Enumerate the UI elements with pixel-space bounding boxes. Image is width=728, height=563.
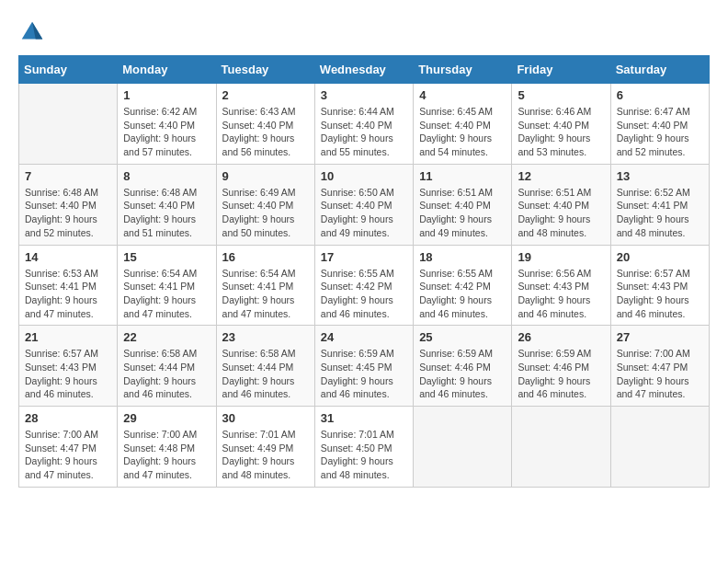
day-number: 17 (321, 250, 407, 264)
day-info: Sunrise: 6:54 AM Sunset: 4:41 PM Dayligh… (123, 267, 210, 321)
day-info: Sunrise: 6:52 AM Sunset: 4:41 PM Dayligh… (617, 186, 703, 240)
calendar-cell: 26Sunrise: 6:59 AM Sunset: 4:46 PM Dayli… (512, 326, 610, 407)
day-info: Sunrise: 6:59 AM Sunset: 4:46 PM Dayligh… (419, 347, 506, 401)
day-info: Sunrise: 6:49 AM Sunset: 4:40 PM Dayligh… (222, 186, 309, 240)
calendar-table: SundayMondayTuesdayWednesdayThursdayFrid… (18, 55, 710, 488)
calendar-cell: 14Sunrise: 6:53 AM Sunset: 4:41 PM Dayli… (19, 245, 118, 326)
day-info: Sunrise: 6:58 AM Sunset: 4:44 PM Dayligh… (222, 347, 309, 401)
calendar-cell: 22Sunrise: 6:58 AM Sunset: 4:44 PM Dayli… (118, 326, 216, 407)
calendar-cell: 3Sunrise: 6:44 AM Sunset: 4:40 PM Daylig… (314, 84, 413, 165)
calendar-cell: 10Sunrise: 6:50 AM Sunset: 4:40 PM Dayli… (314, 164, 413, 245)
day-number: 30 (222, 411, 309, 425)
day-info: Sunrise: 6:57 AM Sunset: 4:43 PM Dayligh… (617, 267, 703, 321)
page-header (18, 18, 710, 46)
calendar-cell: 12Sunrise: 6:51 AM Sunset: 4:40 PM Dayli… (512, 164, 610, 245)
calendar-cell: 29Sunrise: 7:00 AM Sunset: 4:48 PM Dayli… (118, 407, 216, 488)
day-number: 19 (518, 250, 604, 264)
calendar-cell: 1Sunrise: 6:42 AM Sunset: 4:40 PM Daylig… (118, 84, 216, 165)
calendar-cell: 24Sunrise: 6:59 AM Sunset: 4:45 PM Dayli… (314, 326, 413, 407)
day-info: Sunrise: 7:00 AM Sunset: 4:47 PM Dayligh… (617, 347, 703, 401)
day-info: Sunrise: 6:45 AM Sunset: 4:40 PM Dayligh… (419, 105, 506, 159)
day-number: 2 (222, 88, 309, 102)
day-number: 15 (123, 250, 210, 264)
calendar-cell: 2Sunrise: 6:43 AM Sunset: 4:40 PM Daylig… (216, 84, 314, 165)
day-number: 21 (25, 330, 111, 344)
day-number: 7 (25, 169, 111, 183)
day-info: Sunrise: 6:55 AM Sunset: 4:42 PM Dayligh… (321, 267, 407, 321)
day-number: 18 (419, 250, 506, 264)
day-number: 12 (518, 169, 604, 183)
calendar-cell: 7Sunrise: 6:48 AM Sunset: 4:40 PM Daylig… (19, 164, 118, 245)
day-info: Sunrise: 6:57 AM Sunset: 4:43 PM Dayligh… (25, 347, 111, 401)
day-number: 3 (321, 88, 407, 102)
calendar-cell: 9Sunrise: 6:49 AM Sunset: 4:40 PM Daylig… (216, 164, 314, 245)
day-number: 8 (123, 169, 210, 183)
day-info: Sunrise: 6:50 AM Sunset: 4:40 PM Dayligh… (321, 186, 407, 240)
logo (18, 18, 50, 46)
day-info: Sunrise: 6:51 AM Sunset: 4:40 PM Dayligh… (419, 186, 506, 240)
calendar-cell: 6Sunrise: 6:47 AM Sunset: 4:40 PM Daylig… (610, 84, 709, 165)
calendar-cell: 18Sunrise: 6:55 AM Sunset: 4:42 PM Dayli… (414, 245, 512, 326)
calendar-week-4: 21Sunrise: 6:57 AM Sunset: 4:43 PM Dayli… (19, 326, 710, 407)
day-info: Sunrise: 6:51 AM Sunset: 4:40 PM Dayligh… (518, 186, 604, 240)
calendar-cell: 28Sunrise: 7:00 AM Sunset: 4:47 PM Dayli… (19, 407, 118, 488)
day-number: 10 (321, 169, 407, 183)
calendar-cell (414, 407, 512, 488)
weekday-header-tuesday: Tuesday (216, 56, 314, 84)
calendar-week-5: 28Sunrise: 7:00 AM Sunset: 4:47 PM Dayli… (19, 407, 710, 488)
calendar-cell: 19Sunrise: 6:56 AM Sunset: 4:43 PM Dayli… (512, 245, 610, 326)
day-info: Sunrise: 6:42 AM Sunset: 4:40 PM Dayligh… (123, 105, 210, 159)
day-info: Sunrise: 6:48 AM Sunset: 4:40 PM Dayligh… (25, 186, 111, 240)
day-info: Sunrise: 6:59 AM Sunset: 4:45 PM Dayligh… (321, 347, 407, 401)
day-info: Sunrise: 6:47 AM Sunset: 4:40 PM Dayligh… (617, 105, 703, 159)
day-number: 24 (321, 330, 407, 344)
day-number: 4 (419, 88, 506, 102)
day-number: 9 (222, 169, 309, 183)
day-number: 27 (617, 330, 703, 344)
day-number: 14 (25, 250, 111, 264)
day-info: Sunrise: 6:43 AM Sunset: 4:40 PM Dayligh… (222, 105, 309, 159)
day-info: Sunrise: 6:56 AM Sunset: 4:43 PM Dayligh… (518, 267, 604, 321)
weekday-header-thursday: Thursday (414, 56, 512, 84)
day-info: Sunrise: 6:59 AM Sunset: 4:46 PM Dayligh… (518, 347, 604, 401)
day-info: Sunrise: 6:44 AM Sunset: 4:40 PM Dayligh… (321, 105, 407, 159)
day-number: 23 (222, 330, 309, 344)
day-number: 13 (617, 169, 703, 183)
day-number: 26 (518, 330, 604, 344)
day-info: Sunrise: 6:55 AM Sunset: 4:42 PM Dayligh… (419, 267, 506, 321)
day-number: 16 (222, 250, 309, 264)
calendar-cell: 20Sunrise: 6:57 AM Sunset: 4:43 PM Dayli… (610, 245, 709, 326)
logo-icon (18, 18, 46, 46)
calendar-cell (19, 84, 118, 165)
calendar-cell: 23Sunrise: 6:58 AM Sunset: 4:44 PM Dayli… (216, 326, 314, 407)
calendar-cell: 30Sunrise: 7:01 AM Sunset: 4:49 PM Dayli… (216, 407, 314, 488)
weekday-header-friday: Friday (512, 56, 610, 84)
calendar-cell (610, 407, 709, 488)
day-number: 31 (321, 411, 407, 425)
calendar-cell: 31Sunrise: 7:01 AM Sunset: 4:50 PM Dayli… (314, 407, 413, 488)
calendar-cell: 15Sunrise: 6:54 AM Sunset: 4:41 PM Dayli… (118, 245, 216, 326)
day-number: 1 (123, 88, 210, 102)
calendar-cell: 27Sunrise: 7:00 AM Sunset: 4:47 PM Dayli… (610, 326, 709, 407)
day-number: 20 (617, 250, 703, 264)
day-number: 28 (25, 411, 111, 425)
day-number: 6 (617, 88, 703, 102)
calendar-cell: 16Sunrise: 6:54 AM Sunset: 4:41 PM Dayli… (216, 245, 314, 326)
calendar-cell: 5Sunrise: 6:46 AM Sunset: 4:40 PM Daylig… (512, 84, 610, 165)
day-info: Sunrise: 6:58 AM Sunset: 4:44 PM Dayligh… (123, 347, 210, 401)
day-info: Sunrise: 7:01 AM Sunset: 4:50 PM Dayligh… (321, 428, 407, 482)
calendar-cell: 13Sunrise: 6:52 AM Sunset: 4:41 PM Dayli… (610, 164, 709, 245)
day-number: 22 (123, 330, 210, 344)
weekday-header-monday: Monday (118, 56, 216, 84)
calendar-cell: 4Sunrise: 6:45 AM Sunset: 4:40 PM Daylig… (414, 84, 512, 165)
calendar-cell (512, 407, 610, 488)
day-number: 25 (419, 330, 506, 344)
weekday-header-row: SundayMondayTuesdayWednesdayThursdayFrid… (19, 56, 710, 84)
calendar-cell: 11Sunrise: 6:51 AM Sunset: 4:40 PM Dayli… (414, 164, 512, 245)
calendar-cell: 21Sunrise: 6:57 AM Sunset: 4:43 PM Dayli… (19, 326, 118, 407)
day-info: Sunrise: 6:54 AM Sunset: 4:41 PM Dayligh… (222, 267, 309, 321)
day-number: 11 (419, 169, 506, 183)
calendar-week-3: 14Sunrise: 6:53 AM Sunset: 4:41 PM Dayli… (19, 245, 710, 326)
day-info: Sunrise: 7:00 AM Sunset: 4:48 PM Dayligh… (123, 428, 210, 482)
calendar-week-2: 7Sunrise: 6:48 AM Sunset: 4:40 PM Daylig… (19, 164, 710, 245)
